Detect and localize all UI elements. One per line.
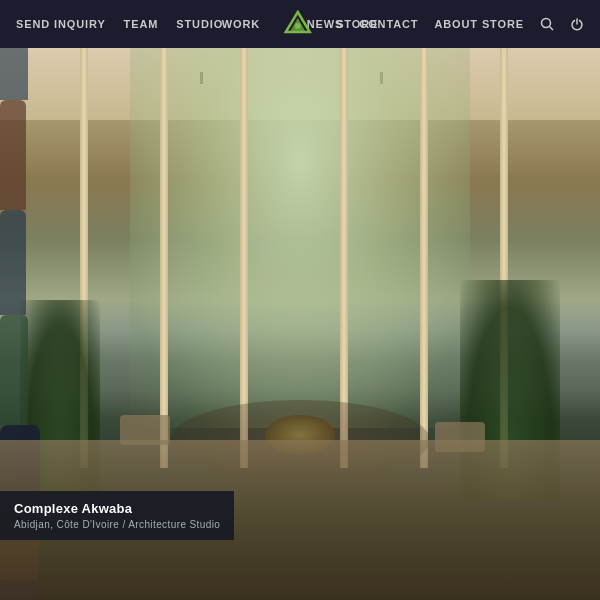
nav-left-group: SEND INQUIRY TEAM STUDIO [16, 18, 223, 30]
nav-team[interactable]: TEAM [124, 18, 159, 30]
logo-icon [282, 10, 314, 38]
window-light [130, 48, 470, 428]
nav-work[interactable]: WORK [222, 18, 260, 30]
column-2 [160, 48, 168, 468]
hero-background: Complexe Akwaba Abidjan, Côte D'Ivoire /… [0, 0, 600, 600]
column-5 [420, 48, 428, 468]
nav-about-store[interactable]: ABOUT STORE [434, 18, 524, 30]
person-standing-3 [0, 210, 26, 315]
navigation: SEND INQUIRY TEAM STUDIO WORK STORE NEWS… [0, 0, 600, 48]
power-icon[interactable] [570, 17, 584, 31]
nav-store[interactable]: STORE [336, 18, 378, 30]
svg-point-2 [295, 23, 301, 29]
svg-point-3 [542, 19, 551, 28]
nav-studio[interactable]: STUDIO [176, 18, 223, 30]
caption-title: Complexe Akwaba [14, 501, 220, 516]
svg-line-4 [550, 27, 554, 31]
nav-center-group: WORK STORE [222, 10, 378, 38]
caption-overlay: Complexe Akwaba Abidjan, Côte D'Ivoire /… [0, 491, 234, 540]
hero-section: Complexe Akwaba Abidjan, Côte D'Ivoire /… [0, 0, 600, 600]
nav-send-inquiry[interactable]: SEND INQUIRY [16, 18, 106, 30]
nav-logo[interactable] [282, 10, 314, 38]
person-standing-4 [0, 315, 28, 425]
person-standing-2 [0, 100, 26, 210]
search-icon[interactable] [540, 17, 554, 31]
caption-subtitle: Abidjan, Côte D'Ivoire / Architecture St… [14, 519, 220, 530]
